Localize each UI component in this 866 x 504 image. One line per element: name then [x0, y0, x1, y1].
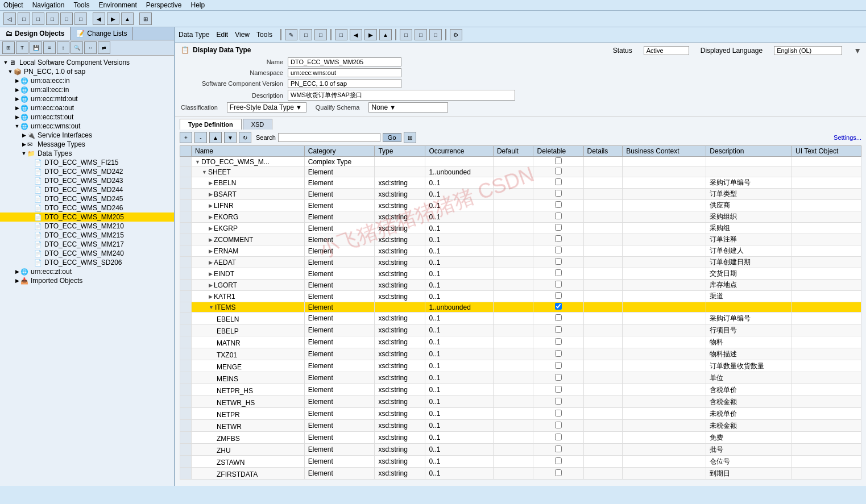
col-bizctx[interactable]: Business Context — [623, 146, 706, 157]
tree-mm210[interactable]: 📄 DTO_ECC_WMS_MM210 — [0, 222, 174, 231]
menu-perspective[interactable]: Perspective — [146, 1, 182, 9]
deletable-cell[interactable] — [533, 444, 583, 456]
qualify-select[interactable]: None ▼ — [368, 102, 448, 113]
name-cell[interactable]: ZFIRSTDATA — [192, 468, 305, 480]
name-cell[interactable]: NETWR — [192, 420, 305, 432]
deletable-cell[interactable] — [533, 302, 583, 313]
name-cell[interactable]: ▶KATR1 — [192, 291, 305, 302]
col-name[interactable]: Name — [192, 146, 305, 157]
name-cell[interactable]: ▼DTO_ECC_WMS_M... — [192, 157, 305, 167]
rt-btn-11[interactable]: ⚙ — [450, 29, 462, 40]
name-cell[interactable]: MENGE — [192, 360, 305, 372]
tt-btn-grid[interactable]: ⊞ — [404, 132, 416, 143]
deletable-checkbox[interactable] — [555, 422, 562, 428]
tree-tb-1[interactable]: ⊞ — [2, 41, 15, 54]
menu-help[interactable]: Help — [190, 1, 205, 9]
language-dropdown-icon[interactable]: ▼ — [853, 46, 861, 55]
rt-btn-1[interactable]: ✎ — [285, 29, 297, 40]
deletable-cell[interactable] — [533, 324, 583, 336]
name-cell[interactable]: ▼ITEMS — [192, 302, 305, 313]
tree-oa[interactable]: ▶ 🌐 urn:oa:ecc:in — [0, 76, 174, 85]
deletable-checkbox[interactable] — [555, 374, 562, 381]
tree-md246[interactable]: 📄 DTO_ECC_WMS_MD246 — [0, 203, 174, 213]
menu-environment[interactable]: Environment — [98, 1, 136, 9]
name-cell[interactable]: ▶EBELN — [192, 177, 305, 189]
name-cell[interactable]: ▶EINDT — [192, 268, 305, 280]
tree-tb-6[interactable]: 🔍 — [71, 41, 83, 54]
tree-tb-2[interactable]: T — [16, 41, 28, 54]
tree-md244[interactable]: 📄 DTO_ECC_WMS_MD244 — [0, 185, 174, 194]
deletable-cell[interactable] — [533, 396, 583, 408]
go-button[interactable]: Go — [383, 133, 401, 142]
name-cell[interactable]: MEINS — [192, 372, 305, 384]
deletable-checkbox[interactable] — [555, 445, 562, 452]
tree-md243[interactable]: 📄 DTO_ECC_WMS_MD243 — [0, 176, 174, 185]
rt-btn-3[interactable]: □ — [314, 29, 327, 40]
menu-object[interactable]: Object — [3, 1, 23, 9]
deletable-checkbox[interactable] — [555, 178, 562, 185]
rt-menu-edit[interactable]: Edit — [216, 31, 228, 39]
name-cell[interactable]: EBELP — [192, 324, 305, 336]
deletable-checkbox[interactable] — [555, 457, 562, 464]
col-default[interactable]: Default — [493, 146, 533, 157]
tree-sd206[interactable]: 📄 DTO_ECC_WMS_SD206 — [0, 258, 174, 267]
name-cell[interactable]: ▶EKORG — [192, 211, 305, 223]
name-cell[interactable]: ZHU — [192, 444, 305, 456]
tb-btn-up[interactable]: ▲ — [121, 13, 134, 25]
name-cell[interactable]: TXZ01 — [192, 348, 305, 360]
deletable-checkbox[interactable] — [555, 314, 562, 321]
tb-btn-3[interactable]: □ — [32, 13, 44, 25]
rt-btn-7[interactable]: ▲ — [379, 29, 392, 40]
deletable-cell[interactable] — [533, 211, 583, 223]
deletable-cell[interactable] — [533, 313, 583, 324]
tree-tb-5[interactable]: ↕ — [57, 41, 69, 54]
deletable-cell[interactable] — [533, 234, 583, 245]
deletable-checkbox[interactable] — [555, 326, 562, 333]
tree-mtd[interactable]: ▶ 🌐 urn:ecc:mtd:out — [0, 94, 174, 103]
name-cell[interactable]: ZMFBS — [192, 432, 305, 444]
tb-btn-nav[interactable]: ⊞ — [139, 13, 152, 25]
deletable-cell[interactable] — [533, 177, 583, 189]
col-details[interactable]: Details — [583, 146, 623, 157]
tree-dt[interactable]: ▼ 📁 Data Types — [0, 149, 174, 158]
tb-btn-6[interactable]: □ — [74, 13, 87, 25]
deletable-cell[interactable] — [533, 223, 583, 234]
name-cell[interactable]: ▼SHEET — [192, 167, 305, 177]
name-cell[interactable]: MATNR — [192, 336, 305, 348]
name-cell[interactable]: ▶ERNAM — [192, 245, 305, 257]
name-cell[interactable]: ▶LGORT — [192, 280, 305, 291]
deletable-cell[interactable] — [533, 167, 583, 177]
tab-type-definition[interactable]: Type Definition — [180, 119, 242, 130]
tree-impobj[interactable]: ▶ 📥 Imported Objects — [0, 276, 174, 285]
deletable-cell[interactable] — [533, 157, 583, 167]
deletable-checkbox[interactable] — [555, 386, 562, 393]
tree-tb-7[interactable]: ↔ — [84, 41, 97, 54]
deletable-cell[interactable] — [533, 408, 583, 420]
rt-menu-tools[interactable]: Tools — [256, 31, 272, 39]
tree-zt[interactable]: ▶ 🌐 urn:ecc:zt:out — [0, 267, 174, 276]
name-cell[interactable]: NETWR_HS — [192, 396, 305, 408]
deletable-cell[interactable] — [533, 468, 583, 480]
rt-btn-8[interactable]: □ — [400, 29, 412, 40]
rt-btn-9[interactable]: □ — [415, 29, 427, 40]
deletable-cell[interactable] — [533, 200, 583, 211]
deletable-checkbox[interactable] — [555, 190, 562, 197]
classify-select[interactable]: Free-Style Data Type ▼ — [227, 102, 306, 113]
deletable-cell[interactable] — [533, 432, 583, 444]
deletable-checkbox[interactable] — [555, 224, 562, 231]
tree-mm205[interactable]: 📄 DTO_ECC_WMS_MM205 — [0, 213, 174, 222]
deletable-cell[interactable] — [533, 336, 583, 348]
tab-xsd[interactable]: XSD — [243, 119, 273, 130]
tree-tb-8[interactable]: ⇄ — [98, 41, 110, 54]
rt-menu-view[interactable]: View — [235, 31, 250, 39]
deletable-checkbox[interactable] — [555, 410, 562, 416]
deletable-checkbox[interactable] — [555, 269, 562, 276]
deletable-checkbox[interactable] — [555, 201, 562, 208]
tab-design-objects[interactable]: 🗂 Design Objects — [0, 27, 71, 40]
col-description[interactable]: Description — [706, 146, 792, 157]
tab-change-lists[interactable]: 📝 Change Lists — [71, 27, 133, 40]
tree-mm240[interactable]: 📄 DTO_ECC_WMS_MM240 — [0, 249, 174, 258]
tree-si[interactable]: ▶ 🔌 Service Interfaces — [0, 131, 174, 140]
deletable-checkbox[interactable] — [555, 362, 562, 369]
rt-btn-6[interactable]: ▶ — [364, 29, 377, 40]
